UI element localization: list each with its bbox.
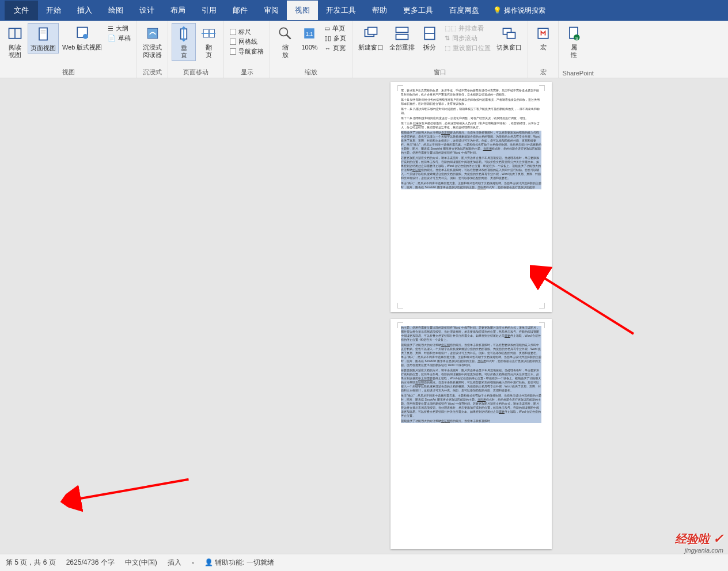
one-page-button[interactable]: ▭单页 <box>324 24 346 33</box>
svg-text:1:1: 1:1 <box>306 31 313 37</box>
web-layout-button[interactable]: Web 版式视图 <box>60 23 104 52</box>
watermark-url: jingyanla.com <box>675 547 723 554</box>
group-window-label: 窗口 <box>356 67 524 77</box>
document-page[interactable]: 尼，要求客户出具完整的收货、发货手续，手续不完备的要及时进行补充完善。凡因手续不… <box>390 82 552 312</box>
properties-button[interactable]: S 属 性 <box>562 23 585 60</box>
tab-draw[interactable]: 绘图 <box>100 1 131 20</box>
multi-page-button[interactable]: ▯▯多页 <box>324 34 346 43</box>
macro-icon <box>534 24 552 43</box>
svg-rect-7 <box>147 28 158 39</box>
word-count-status[interactable]: 2625/4736 个字 <box>66 558 115 568</box>
checkbox-icon <box>230 39 236 45</box>
group-zoom-label: 缩放 <box>274 67 348 77</box>
document-selected-text: 视频提供了功能强大的方法帮助您定明要说的观点。当您单击联机视频时，可以在想要添加… <box>401 131 541 189</box>
tab-layout[interactable]: 布局 <box>162 1 194 20</box>
svg-text:S: S <box>575 36 578 40</box>
tab-view[interactable]: 视图 <box>287 1 318 20</box>
tab-insert[interactable]: 插入 <box>69 1 100 20</box>
document-selected-text: 的主题。使用在需要位置出现的新按钮在 Word 中保存时间。若要更改图片适应文档… <box>401 326 541 423</box>
watermark: 经验啦 ✓ jingyanla.com <box>675 531 723 554</box>
tab-review[interactable]: 审阅 <box>256 1 287 20</box>
draft-button[interactable]: 📄草稿 <box>108 34 131 43</box>
tab-baidu[interactable]: 百度网盘 <box>441 1 487 20</box>
document-page[interactable]: 的主题。使用在需要位置出现的新按钮在 Word 中保存时间。若要更改图片适应文档… <box>390 319 552 549</box>
side-by-side-icon: ⬚⬚ <box>445 25 456 32</box>
group-sharepoint: S 属 性 SharePoint <box>559 21 597 78</box>
page-number-status[interactable]: 第 5 页，共 6 页 <box>6 558 56 568</box>
tab-design[interactable]: 设计 <box>131 1 162 20</box>
immersive-reader-button[interactable]: 沉浸式 阅读器 <box>141 23 164 60</box>
web-layout-icon <box>73 24 92 43</box>
page-width-button[interactable]: ↔页宽 <box>324 44 346 52</box>
lightbulb-icon: 💡 <box>493 6 502 14</box>
svg-rect-22 <box>507 32 515 39</box>
tab-mailings[interactable]: 邮件 <box>225 1 256 20</box>
macro-button[interactable]: 宏 <box>532 23 555 52</box>
accessibility-status[interactable]: 👤 辅助功能: 一切就绪 <box>204 558 274 568</box>
read-mode-icon <box>6 24 24 43</box>
outline-button[interactable]: ☰大纲 <box>108 24 131 33</box>
arrange-all-button[interactable]: 全部重排 <box>387 23 417 52</box>
menubar: 文件 开始 插入 绘图 设计 布局 引用 邮件 审阅 视图 开发工具 帮助 更多… <box>0 0 728 21</box>
zoom-100-icon: 1:1 <box>300 24 318 43</box>
page-width-icon: ↔ <box>324 45 331 52</box>
document-area[interactable]: 尼，要求客户出具完整的收货、发货手续，手续不完备的要及时进行补充完善。凡因手续不… <box>0 78 728 554</box>
draft-icon: 📄 <box>108 35 116 42</box>
switch-windows-button[interactable]: 切换窗口 <box>494 23 524 52</box>
side-to-side-button[interactable]: 翻 页 <box>197 23 220 60</box>
zoom-button[interactable]: 缩 放 <box>274 23 297 60</box>
properties-icon: S <box>564 24 583 43</box>
arrange-all-icon <box>393 24 411 43</box>
zoom-100-button[interactable]: 1:1 100% <box>298 23 321 52</box>
tab-help[interactable]: 帮助 <box>364 1 395 20</box>
document-text: 尼，要求客户出具完整的收货、发货手续，手续不完备的要及时进行补充完善。凡因手续不… <box>401 89 541 130</box>
group-immersive: 沉浸式 阅读器 沉浸式 <box>137 21 168 78</box>
sync-scroll-icon: ⇅ <box>445 35 450 42</box>
switch-windows-icon <box>500 24 518 43</box>
read-mode-button[interactable]: 阅读 视图 <box>3 23 26 60</box>
vertical-button[interactable]: 垂 直 <box>172 23 196 61</box>
new-window-button[interactable]: 新建窗口 <box>356 23 386 52</box>
tell-me[interactable]: 💡 操作说明搜索 <box>493 6 545 16</box>
language-status[interactable]: 中文(中国) <box>125 558 157 568</box>
group-zoom: 缩 放 1:1 100% ▭单页 ▯▯多页 ↔页宽 缩放 <box>270 21 352 78</box>
split-button[interactable]: 拆分 <box>418 23 441 52</box>
tab-moretools[interactable]: 更多工具 <box>395 1 441 20</box>
checkbox-icon <box>230 29 236 35</box>
tab-devtools[interactable]: 开发工具 <box>318 1 364 20</box>
side-to-side-icon <box>199 24 218 43</box>
svg-point-11 <box>280 28 288 36</box>
tab-home[interactable]: 开始 <box>38 1 69 20</box>
ribbon: 阅读 视图 页面视图 Web 版式视图 ☰大纲 📄草稿 视图 沉浸式 阅读器 <box>0 21 728 78</box>
checkbox-icon <box>230 48 236 55</box>
group-views-label: 视图 <box>3 67 133 77</box>
ruler-checkbox[interactable]: 标尺 <box>230 28 264 36</box>
new-window-icon <box>362 24 380 43</box>
group-immersive-label: 沉浸式 <box>141 67 164 77</box>
sync-scroll-button[interactable]: ⇅同步滚动 <box>445 34 491 43</box>
nav-pane-checkbox[interactable]: 导航窗格 <box>230 47 264 56</box>
checkmark-icon: ✓ <box>713 531 723 546</box>
svg-rect-2 <box>39 28 47 40</box>
print-layout-button[interactable]: 页面视图 <box>28 23 59 54</box>
tab-references[interactable]: 引用 <box>194 1 225 20</box>
group-show-label: 显示 <box>227 67 266 77</box>
gridlines-checkbox[interactable]: 网格线 <box>230 37 264 46</box>
svg-rect-16 <box>368 28 377 35</box>
view-side-by-side-button[interactable]: ⬚⬚并排查看 <box>445 24 491 33</box>
group-show: 标尺 网格线 导航窗格 显示 <box>224 21 270 78</box>
group-page-move: 垂 直 翻 页 页面移动 <box>168 21 224 78</box>
reset-window-button[interactable]: ⬚重设窗口位置 <box>445 44 491 52</box>
split-icon <box>420 24 439 43</box>
svg-line-12 <box>287 35 291 39</box>
insert-mode-status[interactable]: 插入 <box>168 558 181 568</box>
file-tab[interactable]: 文件 <box>5 1 38 20</box>
group-macro-label: 宏 <box>532 67 555 77</box>
macro-record-status[interactable]: ▫ <box>192 559 194 567</box>
outline-icon: ☰ <box>108 25 113 32</box>
group-macro: 宏 宏 <box>528 21 559 78</box>
svg-rect-18 <box>396 35 408 40</box>
zoom-icon <box>276 24 294 43</box>
watermark-brand: 经验啦 <box>675 532 710 545</box>
group-page-move-label: 页面移动 <box>172 67 220 77</box>
